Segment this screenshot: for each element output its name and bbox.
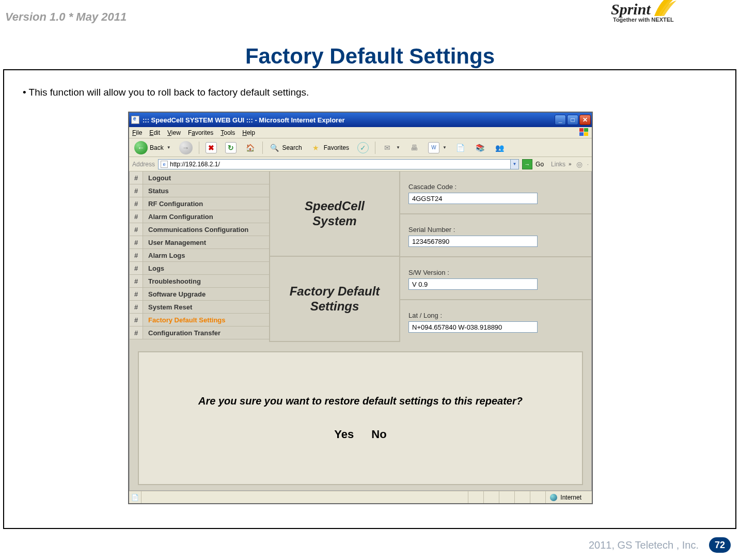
svg-rect-3 xyxy=(584,132,588,136)
lat-long-input[interactable] xyxy=(408,321,538,333)
hash-icon: # xyxy=(130,197,143,210)
edit-button[interactable]: W ▼ xyxy=(425,141,450,155)
menu-favorites[interactable]: Favorites xyxy=(188,129,213,136)
hash-icon: # xyxy=(130,210,143,223)
search-button[interactable]: 🔍 Search xyxy=(266,141,305,155)
print-button[interactable]: 🖶 xyxy=(405,141,423,155)
sidebar-item[interactable]: #Logout xyxy=(130,172,269,184)
menu-tools[interactable]: Tools xyxy=(221,129,235,136)
menubar: File Edit View Favorites Tools Help xyxy=(129,127,592,138)
system-heading: SpeedCellSystem xyxy=(270,172,399,257)
menu-edit[interactable]: Edit xyxy=(149,129,160,136)
menu-view[interactable]: View xyxy=(167,129,181,136)
address-dropdown[interactable]: ▼ xyxy=(510,160,518,169)
mail-button[interactable]: ✉ ▼ xyxy=(379,141,403,155)
hash-icon: # xyxy=(130,301,143,313)
books-icon: 📚 xyxy=(475,142,486,153)
sidebar-item[interactable]: #Communications Configuration xyxy=(130,223,269,236)
search-label: Search xyxy=(282,144,302,151)
toolbar: ← Back ▼ → ✖ ↻ 🏠 🔍 Search ★ xyxy=(129,138,592,157)
messenger-icon: 👥 xyxy=(494,142,506,153)
address-input[interactable]: e http://192.168.2.1/ ▼ xyxy=(158,159,519,169)
serial-number-label: Serial Number : xyxy=(408,226,583,234)
sidebar-item-label: RF Configuration xyxy=(143,200,203,208)
sidebar-item-label: Troubleshooting xyxy=(143,277,201,285)
sidebar-item-label: Alarm Configuration xyxy=(143,213,213,221)
windows-flag-icon xyxy=(579,128,589,136)
sidebar-item[interactable]: #Factory Default Settings xyxy=(130,314,269,326)
home-icon: 🏠 xyxy=(245,142,256,153)
sidebar-item[interactable]: #RF Configuration xyxy=(130,197,269,210)
lat-long-label: Lat / Long : xyxy=(408,312,583,319)
sidebar-item[interactable]: #Troubleshooting xyxy=(130,275,269,288)
description-text: • This function will allow you to roll b… xyxy=(23,87,309,98)
hash-icon: # xyxy=(130,275,143,287)
favorites-button[interactable]: ★ Favorites xyxy=(307,141,352,155)
sidebar-item[interactable]: #System Reset xyxy=(130,301,269,314)
sidebar-item[interactable]: #Software Upgrade xyxy=(130,288,269,301)
sidebar-item-label: Factory Default Settings xyxy=(143,316,226,324)
refresh-icon: ↻ xyxy=(225,142,237,153)
svg-rect-2 xyxy=(579,132,584,136)
hash-icon: # xyxy=(130,262,143,274)
messenger-button[interactable]: 👥 xyxy=(491,141,509,155)
links-label[interactable]: Links xyxy=(551,161,565,168)
sprint-logo: Sprint Together with NEXTEL xyxy=(611,0,735,39)
sidebar-item[interactable]: #Configuration Transfer xyxy=(130,326,269,339)
forward-button[interactable]: → xyxy=(176,141,196,155)
sw-version-input[interactable] xyxy=(408,278,538,290)
back-button[interactable]: ← Back ▼ xyxy=(131,141,174,155)
refresh-button[interactable]: ↻ xyxy=(222,141,240,155)
history-icon: ✓ xyxy=(357,142,369,153)
minimize-button[interactable]: _ xyxy=(555,115,566,125)
home-button[interactable]: 🏠 xyxy=(242,141,259,155)
logo-word: Sprint xyxy=(611,1,651,18)
address-label: Address xyxy=(132,161,155,168)
menu-file[interactable]: File xyxy=(132,129,142,136)
hash-icon: # xyxy=(130,184,143,197)
window-title: ::: SpeedCell SYSTEM WEB GUI ::: - Micro… xyxy=(143,116,344,124)
sw-version-label: S/W Version : xyxy=(408,269,583,276)
cascade-code-label: Cascade Code : xyxy=(408,183,583,191)
cascade-code-input[interactable] xyxy=(408,193,538,204)
hash-icon: # xyxy=(130,249,143,261)
sidebar-item-label: Status xyxy=(143,187,169,195)
sidebar-item[interactable]: #Logs xyxy=(130,262,269,275)
no-button[interactable]: No xyxy=(371,428,386,441)
address-url: http://192.168.2.1/ xyxy=(170,161,508,168)
sidebar-item[interactable]: #Alarm Configuration xyxy=(130,210,269,223)
hash-icon: # xyxy=(130,326,143,339)
chevron-down-icon: ▼ xyxy=(167,145,171,150)
confirm-text: Are you sure you want to restore default… xyxy=(198,395,523,407)
main-frame: • This function will allow you to roll b… xyxy=(3,69,736,529)
stop-button[interactable]: ✖ xyxy=(202,141,220,155)
maximize-button[interactable]: □ xyxy=(567,115,578,125)
zone-label: Internet xyxy=(560,494,581,501)
research-button[interactable]: 📚 xyxy=(471,141,489,155)
serial-number-input[interactable] xyxy=(408,236,538,247)
footer-text: 2011, GS Teletech , Inc. xyxy=(589,539,699,551)
chevron-down-icon: ▼ xyxy=(443,145,447,150)
menu-help[interactable]: Help xyxy=(242,129,255,136)
sidebar-item-label: User Management xyxy=(143,239,206,246)
close-button[interactable]: ✕ xyxy=(579,115,591,125)
history-button[interactable]: ✓ xyxy=(354,141,372,155)
confirm-panel: Are you sure you want to restore default… xyxy=(138,351,583,485)
sprint-wing-icon xyxy=(652,0,678,19)
sidebar-item[interactable]: #User Management xyxy=(130,236,269,249)
ie-page-icon: e xyxy=(161,161,168,168)
sidebar-item[interactable]: #Alarm Logs xyxy=(130,249,269,262)
hash-icon: # xyxy=(130,223,143,236)
back-icon: ← xyxy=(134,141,148,154)
yes-button[interactable]: Yes xyxy=(334,428,354,441)
links-expand-icon[interactable]: » xyxy=(569,161,572,167)
info-column: Cascade Code : Serial Number : S/W Versi… xyxy=(399,172,591,342)
discuss-button[interactable]: 📄 xyxy=(452,141,469,155)
middle-column: SpeedCellSystem Factory DefaultSettings xyxy=(270,172,399,342)
snagit-icon[interactable]: ◎ xyxy=(575,160,584,169)
sidebar-item[interactable]: #Status xyxy=(130,184,269,197)
sidebar-item-label: Communications Configuration xyxy=(143,226,248,234)
sidebar-item-label: Alarm Logs xyxy=(143,252,185,259)
addressbar: Address e http://192.168.2.1/ ▼ → Go Lin… xyxy=(129,157,592,172)
go-button[interactable]: → xyxy=(522,159,532,169)
